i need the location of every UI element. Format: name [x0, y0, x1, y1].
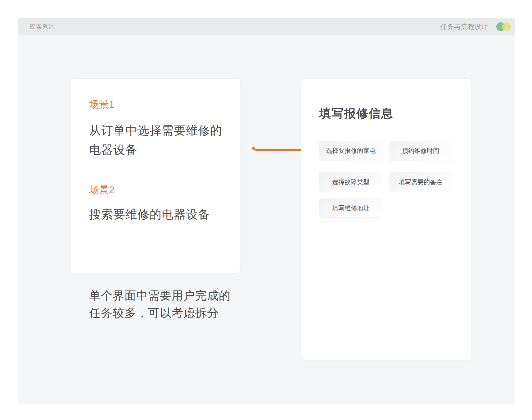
canvas: 场景1 从订单中选择需要维修的 电器设备 场景2 搜索要维修的电器设备 填写报修… — [18, 35, 515, 404]
repair-form-title: 填写报修信息 — [319, 106, 394, 121]
scene-2-label: 场景2 — [89, 184, 115, 196]
scenarios-card: 场景1 从订单中选择需要维修的 电器设备 场景2 搜索要维修的电器设备 — [70, 78, 240, 273]
select-appliance-button[interactable]: 选择要报修的家电 — [319, 141, 382, 161]
app-brand-title: 应谋鬼计 — [29, 23, 54, 31]
venn-badge — [496, 22, 511, 31]
annotation-note: 单个界面中需要用户完成的 任务较多，可以考虑拆分 — [89, 287, 231, 322]
fill-repair-address-button[interactable]: 填写维修地址 — [319, 199, 382, 218]
schedule-repair-time-button[interactable]: 预约维修时间 — [389, 141, 452, 161]
scene-1-text: 从订单中选择需要维修的 电器设备 — [89, 121, 222, 159]
scene-2-text-line-1: 搜索要维修的电器设备 — [89, 205, 210, 224]
repair-form-card: 填写报修信息 选择要报修的家电 预约维修时间 选择故障类型 填写需要的备注 填写… — [301, 79, 472, 360]
scene-1-text-line-2: 电器设备 — [89, 140, 222, 159]
scene-1-label: 场景1 — [89, 98, 115, 110]
scene-1-text-line-1: 从订单中选择需要维修的 — [89, 121, 222, 140]
yellow-circle-icon — [502, 22, 511, 31]
select-fault-type-button[interactable]: 选择故障类型 — [319, 172, 382, 192]
annotation-note-line-1: 单个界面中需要用户完成的 — [89, 287, 231, 304]
top-bar: 应谋鬼计 任务与流程设计 — [18, 18, 515, 35]
page-title: 任务与流程设计 — [440, 22, 488, 31]
fill-remarks-button[interactable]: 填写需要的备注 — [389, 172, 452, 192]
scene-2-text: 搜索要维修的电器设备 — [89, 205, 210, 224]
topbar-right-group: 任务与流程设计 — [440, 22, 511, 31]
annotation-note-line-2: 任务较多，可以考虑拆分 — [89, 304, 231, 322]
slide-panel: 应谋鬼计 任务与流程设计 场景1 从订单中选择需要维修的 电器设备 场景2 搜索… — [18, 18, 515, 404]
connector-endpoint-left-icon — [252, 147, 255, 150]
